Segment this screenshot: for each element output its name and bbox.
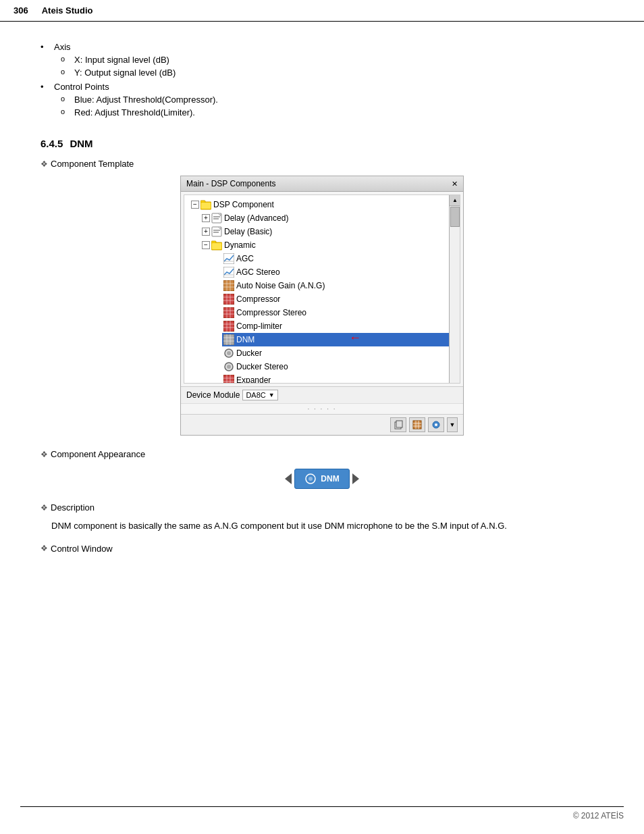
page-header: 306 Ateis Studio (0, 0, 644, 22)
bullet-list: Axis X: Input signal level (dB) Y: Outpu… (41, 42, 603, 118)
bullet-item-control-points: Control Points Blue: Adjust Threshold(Co… (41, 82, 603, 118)
tree-row-agc[interactable]: AGC (222, 252, 449, 265)
tree-label-dsp-component: DSP Component (213, 199, 274, 211)
tree-row-dynamic[interactable]: − Dynamic (200, 238, 449, 252)
tree-row-comp-limiter[interactable]: Comp-limiter (222, 319, 449, 333)
toolbar-settings-button[interactable] (428, 417, 444, 432)
copyright-text: © 2012 ATEİS (573, 811, 624, 820)
sub-list-axis: X: Input signal level (dB) Y: Output sig… (54, 55, 603, 78)
tree-row-ducker-stereo[interactable]: Ducker Stereo (222, 360, 449, 373)
tree-label-agc-stereo: AGC Stereo (236, 266, 280, 278)
dsp-window-close-button[interactable]: ✕ (452, 180, 458, 188)
tree-label-delay-advanced: Delay (Advanced) (224, 212, 288, 224)
component-appearance-box: DNM (41, 469, 603, 489)
page-icon-delay-adv (211, 213, 222, 224)
page-icon-delay-basic (211, 226, 222, 237)
svg-rect-12 (223, 253, 234, 264)
section-number: 6.4.5 (41, 138, 63, 149)
dsp-tree-area[interactable]: − DSP Component + Delay (Advanced) (184, 194, 460, 384)
tree-label-compressor-stereo: Compressor Stereo (236, 307, 306, 319)
toolbar-component-button[interactable] (409, 417, 425, 432)
svg-rect-31 (223, 321, 234, 332)
tree-row-delay-basic[interactable]: + Delay (Basic) (200, 225, 449, 238)
tree-label-ang: Auto Noise Gain (A.N.G) (236, 280, 325, 292)
tree-row-ducker[interactable]: Ducker (222, 346, 449, 360)
sub-item-x: X: Input signal level (dB) (54, 55, 603, 65)
toolbar-dropdown-arrow[interactable]: ▼ (447, 417, 458, 432)
tree-row-ang[interactable]: Auto Noise Gain (A.N.G) (222, 279, 449, 292)
expand-icon-dynamic[interactable]: − (202, 241, 210, 249)
dnm-body-label: DNM (321, 474, 339, 484)
scrollbar-up-arrow[interactable]: ▲ (450, 195, 460, 206)
page-number: 306 (14, 5, 28, 16)
expand-icon-delay-basic[interactable]: + (202, 228, 210, 236)
tree-label-dynamic: Dynamic (224, 239, 256, 251)
toolbar-copy-button[interactable] (390, 417, 406, 432)
content-area: Axis X: Input signal level (dB) Y: Outpu… (0, 35, 644, 601)
grid-icon-comp-limiter (223, 321, 234, 332)
tree-label-delay-basic: Delay (Basic) (224, 226, 272, 238)
dnm-right-arrow (352, 473, 359, 484)
tree-row-agc-stereo[interactable]: AGC Stereo (222, 265, 449, 279)
section-name: DNM (70, 138, 92, 149)
svg-rect-2 (201, 203, 211, 209)
sub-list-control-points: Blue: Adjust Threshold(Compressor). Red:… (54, 95, 603, 118)
tree-label-comp-limiter: Comp-limiter (236, 320, 282, 332)
tree-scrollbar[interactable]: ▲ (449, 195, 460, 383)
grid-icon-compressor (223, 294, 234, 305)
dnm-arrow-indicator: ← (349, 332, 361, 344)
grid-icon-compressor-stereo (223, 307, 234, 318)
expand-icon-dsp[interactable]: − (191, 201, 199, 209)
svg-point-71 (308, 477, 313, 481)
dsp-window-titlebar: Main - DSP Components ✕ (181, 176, 463, 192)
page-title-header: Ateis Studio (42, 5, 93, 16)
svg-rect-14 (223, 267, 234, 278)
circle-icon-ducker (223, 348, 234, 359)
tree-row-dnm[interactable]: DNM ← (222, 333, 449, 346)
tree-row-dsp-component[interactable]: − DSP Component (190, 198, 449, 211)
component-appearance-label: ❖ Component Appearance (41, 449, 603, 459)
device-dots: · · · · · (181, 403, 463, 414)
tree-row-delay-advanced[interactable]: + Delay (Advanced) (200, 211, 449, 225)
device-module-bar: Device Module DA8C ▼ (181, 386, 463, 403)
folder-icon-dsp (200, 199, 211, 210)
diamond-icon: ❖ (41, 159, 48, 169)
tree-row-compressor-stereo[interactable]: Compressor Stereo (222, 306, 449, 319)
sub-item-red: Red: Adjust Threshold(Limiter). (54, 107, 603, 118)
tree-label-ducker-stereo: Ducker Stereo (236, 361, 288, 373)
component-template-label: ❖ Component Template (41, 159, 603, 169)
page-footer: © 2012 ATEİS (20, 806, 624, 820)
expand-icon-delay-adv[interactable]: + (202, 214, 210, 222)
dnm-body-icon (304, 473, 317, 485)
dnm-component: DNM (285, 469, 358, 489)
device-module-dropdown-arrow[interactable]: ▼ (269, 392, 275, 398)
svg-rect-1 (200, 201, 205, 203)
scrollbar-track[interactable] (450, 206, 460, 383)
scrollbar-thumb[interactable] (450, 207, 460, 227)
tree-row-expander[interactable]: Expander (222, 373, 449, 384)
section-heading: 6.4.5 DNM (41, 138, 603, 149)
svg-point-42 (227, 351, 231, 355)
sub-item-y: Y: Output signal level (dB) (54, 68, 603, 78)
folder-icon-dynamic (211, 240, 222, 251)
bullet-item-axis: Axis X: Input signal level (dB) Y: Outpu… (41, 42, 603, 78)
dnm-icon (223, 334, 234, 345)
dnm-body: DNM (294, 469, 349, 489)
tree-label-compressor: Compressor (236, 293, 280, 305)
svg-rect-26 (223, 307, 234, 318)
dnm-left-arrow (285, 473, 292, 484)
diamond-icon-2: ❖ (41, 450, 48, 459)
svg-point-44 (227, 365, 231, 369)
svg-rect-45 (223, 375, 234, 384)
tree-row-compressor[interactable]: Compressor (222, 292, 449, 306)
diamond-icon-3: ❖ (41, 503, 48, 513)
description-text: DNM component is basically the same as A… (51, 519, 603, 533)
control-window-label: ❖ Control Window (41, 544, 603, 554)
svg-rect-62 (396, 421, 402, 427)
svg-rect-10 (211, 241, 216, 243)
tree-label-ducker: Ducker (236, 347, 262, 359)
tree-label-dnm: DNM (236, 334, 254, 346)
svg-rect-11 (212, 243, 221, 249)
device-module-select[interactable]: DA8C ▼ (242, 390, 277, 400)
svg-rect-16 (223, 280, 234, 291)
